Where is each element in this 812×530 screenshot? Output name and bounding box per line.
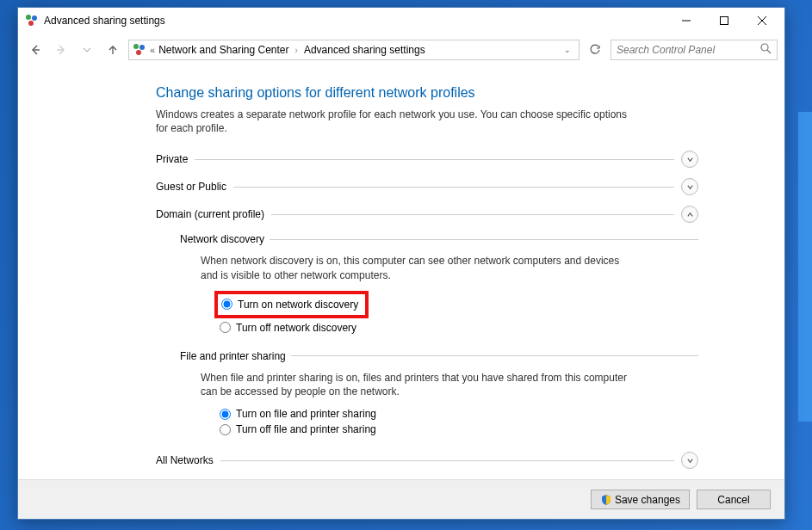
shield-icon	[600, 494, 612, 506]
radio-label: Turn off file and printer sharing	[236, 423, 376, 435]
minimize-button[interactable]	[667, 9, 705, 33]
section-private-label: Private	[156, 153, 188, 165]
window-title: Advanced sharing settings	[44, 15, 667, 27]
file-printer-desc: When file and printer sharing is on, fil…	[201, 371, 631, 398]
section-domain-label: Domain (current profile)	[156, 208, 264, 220]
chevron-right-icon: ›	[295, 46, 298, 55]
search-input[interactable]	[617, 44, 760, 56]
section-guest-label: Guest or Public	[156, 181, 226, 193]
radio-network-discovery-on[interactable]: Turn on network discovery	[220, 298, 360, 311]
app-icon	[25, 14, 39, 28]
section-private[interactable]: Private	[156, 151, 698, 168]
network-discovery-radio-group: Turn on network discovery Turn off netwo…	[218, 291, 698, 335]
radio-label: Turn on network discovery	[238, 299, 358, 311]
svg-point-11	[139, 45, 145, 50]
search-box[interactable]	[611, 40, 778, 60]
radio-file-printer-off[interactable]: Turn off file and printer sharing	[218, 422, 698, 436]
desktop-accent	[798, 112, 812, 422]
page-title: Change sharing options for different net…	[156, 85, 698, 101]
forward-button[interactable]	[51, 40, 71, 60]
chevron-up-icon[interactable]	[681, 206, 698, 223]
network-discovery-title: Network discovery	[180, 233, 264, 245]
file-printer-block: File and printer sharing When file and p…	[180, 350, 698, 436]
chevron-down-icon[interactable]	[681, 452, 698, 469]
svg-point-0	[26, 15, 31, 20]
back-button[interactable]	[25, 40, 46, 60]
advanced-sharing-window: Advanced sharing settings « Network and …	[17, 7, 785, 520]
breadcrumb-current[interactable]: Advanced sharing settings	[304, 44, 425, 56]
maximize-button[interactable]	[705, 9, 743, 33]
svg-point-1	[32, 15, 37, 21]
nav-toolbar: « Network and Sharing Center › Advanced …	[18, 34, 784, 66]
radio-input[interactable]	[220, 322, 231, 333]
search-icon[interactable]	[760, 42, 772, 58]
titlebar: Advanced sharing settings	[18, 8, 784, 34]
file-printer-radio-group: Turn on file and printer sharing Turn of…	[218, 407, 698, 436]
breadcrumb-parent[interactable]: Network and Sharing Center	[158, 44, 288, 56]
section-all-networks[interactable]: All Networks	[156, 452, 698, 469]
chevron-down-icon[interactable]	[681, 178, 698, 195]
section-domain[interactable]: Domain (current profile)	[156, 206, 698, 223]
highlighted-option: Turn on network discovery	[214, 291, 369, 318]
svg-point-13	[761, 44, 768, 51]
svg-point-10	[133, 44, 139, 49]
page-description: Windows creates a separate network profi…	[156, 108, 638, 135]
location-icon	[133, 43, 146, 57]
radio-input[interactable]	[220, 409, 231, 420]
radio-file-printer-on[interactable]: Turn on file and printer sharing	[218, 407, 698, 421]
cancel-button[interactable]: Cancel	[697, 490, 771, 509]
chevron-down-icon[interactable]	[681, 151, 698, 168]
save-label: Save changes	[615, 494, 680, 506]
radio-label: Turn off network discovery	[236, 322, 356, 334]
file-printer-title: File and printer sharing	[180, 350, 286, 362]
radio-label: Turn on file and printer sharing	[236, 408, 376, 420]
svg-line-14	[767, 50, 771, 53]
content-area: Change sharing options for different net…	[18, 66, 784, 479]
svg-point-12	[136, 50, 141, 55]
address-dropdown-icon[interactable]: ⌄	[560, 46, 575, 54]
svg-point-2	[28, 21, 34, 26]
up-button[interactable]	[102, 40, 123, 60]
radio-input[interactable]	[220, 424, 231, 435]
radio-input[interactable]	[221, 299, 232, 310]
close-button[interactable]	[743, 9, 781, 33]
radio-network-discovery-off[interactable]: Turn off network discovery	[218, 321, 698, 335]
recent-dropdown[interactable]	[77, 40, 97, 60]
address-bar[interactable]: « Network and Sharing Center › Advanced …	[128, 40, 580, 60]
button-bar: Save changes Cancel	[18, 479, 784, 519]
refresh-button[interactable]	[585, 40, 605, 60]
section-all-label: All Networks	[156, 454, 214, 466]
save-changes-button[interactable]: Save changes	[591, 490, 690, 509]
section-guest-public[interactable]: Guest or Public	[156, 178, 698, 195]
network-discovery-desc: When network discovery is on, this compu…	[201, 254, 631, 281]
svg-rect-4	[721, 17, 728, 25]
cancel-label: Cancel	[717, 494, 749, 506]
network-discovery-block: Network discovery When network discovery…	[180, 233, 698, 334]
breadcrumb-ellipsis-icon[interactable]: «	[150, 45, 155, 55]
